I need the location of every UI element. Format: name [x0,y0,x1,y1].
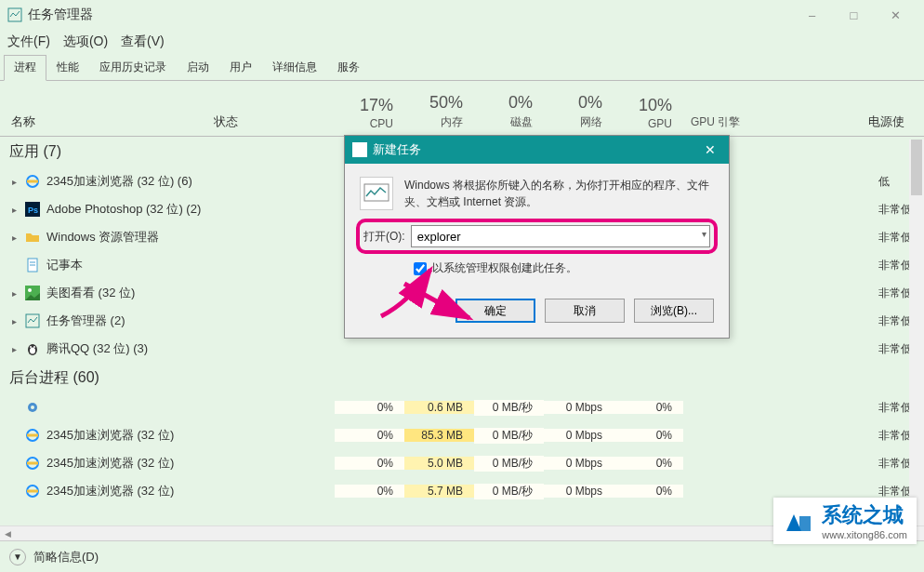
ie-icon [24,173,41,190]
col-memory[interactable]: 50% 内存 [404,81,474,136]
col-gpu[interactable]: 10% GPU [614,81,683,136]
app-icon [7,7,22,22]
process-row[interactable]: ▸ 腾讯QQ (32 位) (3) 非常低 [0,335,924,363]
admin-label: 以系统管理权限创建此任务。 [432,260,577,276]
run-dialog: 新建任务 ✕ Windows 将根据你所键入的名称，为你打开相应的程序、文件夹、… [344,135,730,339]
ok-button[interactable]: 确定 [455,299,535,323]
tab-startup[interactable]: 启动 [177,55,219,81]
browse-button[interactable]: 浏览(B)... [634,299,714,323]
net-value: 0 Mbps [544,457,614,470]
folder-icon [24,229,41,246]
maximize-button[interactable]: □ [833,1,875,29]
gpu-value: 0% [614,401,683,414]
ie-icon [24,483,41,499]
photoshop-icon: Ps [24,201,41,218]
cpu-value: 0% [335,485,404,498]
ie-icon [24,427,41,444]
gpu-value: 0% [614,457,683,470]
watermark-url: www.xitong86.com [822,529,907,540]
menu-view[interactable]: 查看(V) [121,33,165,50]
process-name: 2345加速浏览器 (32 位) [46,455,335,472]
admin-checkbox[interactable] [414,262,427,275]
vertical-scrollbar[interactable] [909,140,924,539]
disk-value: 0 MB/秒 [474,428,544,444]
footer: ▼ 简略信息(D) [0,540,924,572]
gpu-value: 0% [614,485,683,498]
net-value: 0 Mbps [544,401,614,414]
col-cpu[interactable]: 17% CPU [335,81,404,136]
process-row[interactable]: 2345加速浏览器 (32 位) 0% 5.0 MB 0 MB/秒 0 Mbps… [0,449,924,477]
mem-value: 5.0 MB [404,457,474,470]
scroll-left-icon[interactable]: ◀ [0,526,15,541]
cancel-button[interactable]: 取消 [545,299,625,323]
tab-services[interactable]: 服务 [327,55,370,81]
watermark: 系统之城 www.xitong86.com [773,498,917,544]
tab-app-history[interactable]: 应用历史记录 [89,55,177,81]
expand-icon[interactable]: ▸ [7,177,20,187]
dialog-title-text: 新建任务 [373,141,421,158]
cpu-value: 0% [335,457,404,470]
svg-point-8 [28,288,32,292]
tab-performance[interactable]: 性能 [46,55,89,81]
expand-icon[interactable]: ▸ [7,288,20,299]
disk-value: 0 MB/秒 [474,400,544,416]
image-viewer-icon [24,285,41,301]
expand-icon[interactable]: ▸ [7,344,20,354]
gpu-value: 0% [614,429,683,442]
process-row[interactable]: 0% 0.6 MB 0 MB/秒 0 Mbps 0% 非常低 [0,393,924,421]
mem-value: 85.3 MB [404,429,474,442]
cpu-value: 0% [335,401,404,414]
tab-details[interactable]: 详细信息 [262,55,327,81]
svg-point-11 [30,348,35,354]
expand-icon[interactable]: ▸ [7,233,20,243]
svg-rect-20 [799,516,811,531]
menu-file[interactable]: 文件(F) [7,33,50,50]
process-name: 美图看看 (32 位) [46,285,335,301]
scrollbar-thumb[interactable] [911,140,922,195]
col-power[interactable]: 电源使 [868,81,924,136]
menu-options[interactable]: 选项(O) [63,33,108,50]
disk-value: 0 MB/秒 [474,456,544,472]
run-icon [360,177,393,210]
watermark-brand: 系统之城 [822,501,907,529]
expand-icon[interactable]: ▸ [7,205,20,215]
expand-icon[interactable]: ▸ [7,316,20,326]
col-status[interactable]: 状态 [214,81,335,136]
watermark-logo-icon [783,505,814,537]
task-manager-icon [24,313,41,329]
gear-icon [24,399,41,416]
svg-point-15 [31,406,34,409]
ie-icon [24,455,41,472]
dialog-close-button[interactable]: ✕ [699,142,721,157]
dialog-titlebar: 新建任务 ✕ [345,136,729,164]
process-name: 任务管理器 (2) [46,313,335,329]
menubar: 文件(F) 选项(O) 查看(V) [0,30,924,54]
details-toggle[interactable]: ▼ [9,549,26,565]
col-network[interactable]: 0% 网络 [544,81,614,136]
process-row[interactable]: 2345加速浏览器 (32 位) 0% 85.3 MB 0 MB/秒 0 Mbp… [0,421,924,449]
tab-processes[interactable]: 进程 [4,55,46,81]
process-name: 记事本 [46,257,335,273]
process-name: Adobe Photoshop (32 位) (2) [46,201,335,218]
details-label[interactable]: 简略信息(D) [33,549,99,565]
column-headers: 名称 状态 17% CPU 50% 内存 0% 磁盘 0% 网络 10% GPU… [0,81,924,137]
close-button[interactable]: ✕ [875,1,917,29]
window-title: 任务管理器 [28,7,791,23]
dialog-icon [352,142,367,157]
col-disk[interactable]: 0% 磁盘 [474,81,544,136]
col-name[interactable]: 名称 [0,81,214,136]
open-input[interactable] [411,225,710,247]
net-value: 0 Mbps [544,429,614,442]
group-bg-title: 后台进程 (60) [0,363,924,393]
qq-icon [24,340,41,357]
open-label: 打开(O): [363,229,405,245]
mem-value: 5.7 MB [404,485,474,498]
process-name: 腾讯QQ (32 位) (3) [46,340,335,357]
notepad-icon [24,257,41,273]
col-gpu-engine[interactable]: GPU 引擎 [683,81,767,136]
minimize-button[interactable]: – [791,1,833,29]
tab-users[interactable]: 用户 [219,55,262,81]
tab-bar: 进程 性能 应用历史记录 启动 用户 详细信息 服务 [0,54,924,81]
svg-point-13 [33,346,35,348]
disk-value: 0 MB/秒 [474,484,544,499]
